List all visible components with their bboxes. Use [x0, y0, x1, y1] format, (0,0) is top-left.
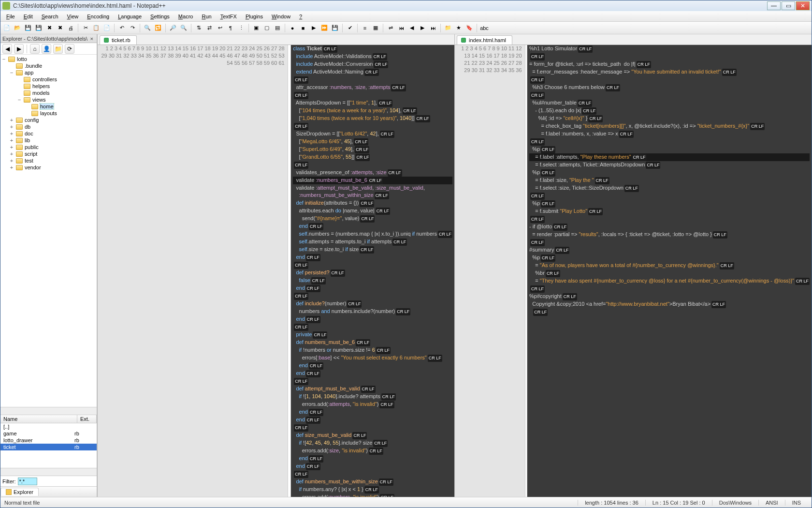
sync-v-icon[interactable]: ⇅: [194, 24, 203, 32]
tree-node-doc[interactable]: +doc: [1, 130, 96, 137]
macro-play-multi-icon[interactable]: ⏩: [320, 24, 329, 32]
tree-node-config[interactable]: +config: [1, 117, 96, 123]
copy-icon[interactable]: 📋: [92, 24, 101, 32]
unfold-all-icon[interactable]: ▢: [262, 24, 271, 32]
tree-node-layouts[interactable]: layouts: [1, 110, 96, 117]
zoom-out-icon[interactable]: 🔍: [179, 24, 188, 32]
save-icon[interactable]: 💾: [24, 24, 32, 32]
tree-node-models[interactable]: models: [1, 90, 96, 96]
undo-icon[interactable]: ↶: [117, 24, 126, 32]
tree-node-.bundle[interactable]: .bundle: [1, 62, 96, 69]
left-fold-column[interactable]: [288, 45, 291, 497]
explorer-header[interactable]: Explorer - C:\Sites\lotto\app\models\ ×: [0, 34, 97, 43]
indent-guide-icon[interactable]: ⋮: [237, 24, 246, 32]
print-icon[interactable]: 🖨: [66, 24, 75, 32]
prev-diff-icon[interactable]: ◀: [407, 24, 416, 32]
file-row-ticket[interactable]: ticketrb: [0, 444, 97, 450]
user-icon[interactable]: 👤: [42, 44, 51, 54]
open-file-icon[interactable]: 📂: [13, 24, 22, 32]
right-editor[interactable]: 1 2 3 4 5 6 7 8 9 10 11 12 13 14 15 16 1…: [455, 45, 812, 497]
func-list-icon[interactable]: ≡: [361, 24, 369, 32]
menu-encoding[interactable]: Encoding: [83, 13, 113, 20]
doc-map-icon[interactable]: ▦: [371, 24, 380, 32]
favorites-icon[interactable]: ★: [454, 24, 463, 32]
menu-?[interactable]: ?: [295, 13, 306, 20]
explorer-icon[interactable]: 📁: [444, 24, 452, 32]
new-file-icon[interactable]: 📄: [2, 24, 11, 32]
tree-node-helpers[interactable]: helpers: [1, 83, 96, 90]
bookmark-icon[interactable]: 🔖: [465, 24, 474, 32]
next-diff-icon[interactable]: ▶: [418, 24, 427, 32]
tree-node-vendor[interactable]: +vendor: [1, 164, 96, 171]
col-name[interactable]: Name: [0, 415, 77, 423]
save-all-icon[interactable]: 💾: [34, 24, 43, 32]
file-row-game[interactable]: gamerb: [0, 430, 97, 437]
menu-window[interactable]: Window: [268, 13, 294, 20]
tree-node-test[interactable]: +test: [1, 157, 96, 164]
filelist-hscroll[interactable]: [0, 468, 97, 476]
last-diff-icon[interactable]: ⏭: [429, 24, 437, 32]
explorer-close-icon[interactable]: ×: [89, 36, 95, 42]
find-icon[interactable]: 🔍: [143, 24, 152, 32]
macro-record-icon[interactable]: ●: [288, 24, 297, 32]
fold-all-icon[interactable]: ▣: [252, 24, 261, 32]
minimize-button[interactable]: —: [767, 1, 781, 10]
tab-ticket-rb[interactable]: ticket.rb: [100, 35, 137, 45]
col-ext[interactable]: Ext.: [77, 415, 97, 423]
macro-save-icon[interactable]: 💾: [331, 24, 339, 32]
menu-plugins[interactable]: Plugins: [242, 13, 267, 20]
compare-icon[interactable]: ⇌: [386, 24, 395, 32]
file-list-header[interactable]: Name Ext.: [0, 415, 97, 423]
menu-settings[interactable]: Settings: [146, 13, 174, 20]
explorer-tab[interactable]: Explorer: [0, 488, 39, 496]
filter-input[interactable]: [18, 478, 37, 485]
tree-node-controllers[interactable]: controllers: [1, 76, 96, 83]
tree-node-lib[interactable]: +lib: [1, 137, 96, 144]
menu-file[interactable]: File: [2, 13, 19, 20]
menu-run[interactable]: Run: [198, 13, 215, 20]
abc-icon[interactable]: abc: [480, 24, 489, 32]
close-button[interactable]: ✕: [796, 1, 810, 10]
redo-icon[interactable]: ↷: [128, 24, 137, 32]
home-icon[interactable]: ⌂: [30, 44, 40, 54]
menu-language[interactable]: Language: [114, 13, 145, 20]
right-code[interactable]: %h1 Lotto SimulatorCR LFCR LF= form_for …: [527, 45, 812, 497]
replace-icon[interactable]: 🔁: [154, 24, 162, 32]
tab-index-haml[interactable]: index.html.haml: [457, 35, 512, 45]
first-diff-icon[interactable]: ⏮: [397, 24, 406, 32]
left-editor[interactable]: 1 2 3 4 5 6 7 8 9 10 11 12 13 14 15 16 1…: [98, 45, 454, 497]
titlebar[interactable]: C:\Sites\lotto\app\views\home\index.html…: [0, 0, 812, 11]
back-icon[interactable]: ◀: [2, 44, 12, 54]
spell-check-icon[interactable]: ✔: [346, 24, 354, 32]
tree-node-app[interactable]: −app: [1, 69, 96, 76]
close-icon[interactable]: ✖: [45, 24, 54, 32]
menu-view[interactable]: View: [63, 13, 83, 20]
macro-play-icon[interactable]: ▶: [309, 24, 318, 32]
show-all-chars-icon[interactable]: ¶: [226, 24, 235, 32]
tree-node-script[interactable]: +script: [1, 150, 96, 157]
zoom-in-icon[interactable]: 🔎: [169, 24, 177, 32]
file-row-lotto_drawer[interactable]: lotto_drawerrb: [0, 437, 97, 444]
tree-node-home[interactable]: home: [1, 103, 96, 110]
macro-stop-icon[interactable]: ■: [299, 24, 307, 32]
menu-macro[interactable]: Macro: [174, 13, 197, 20]
sync-h-icon[interactable]: ⇄: [205, 24, 214, 32]
menu-search[interactable]: Search: [38, 13, 62, 20]
new-folder-icon[interactable]: 📁: [53, 44, 63, 54]
menu-edit[interactable]: Edit: [20, 13, 37, 20]
tree-node-public[interactable]: +public: [1, 144, 96, 150]
paste-icon[interactable]: 📄: [102, 24, 111, 32]
close-all-icon[interactable]: ✖: [56, 24, 64, 32]
forward-icon[interactable]: ▶: [14, 44, 24, 54]
tree-node-db[interactable]: +db: [1, 123, 96, 130]
folder-tree[interactable]: −lotto .bundle−app controllers helpers m…: [0, 55, 97, 407]
left-code[interactable]: class TicketCR LF include ActiveModel::V…: [291, 45, 454, 497]
toggle-icon[interactable]: ⟳: [65, 44, 74, 54]
tree-root[interactable]: −lotto: [1, 56, 96, 62]
menu-textfx[interactable]: TextFX: [217, 13, 241, 20]
cut-icon[interactable]: ✂: [81, 24, 90, 32]
tree-hscroll[interactable]: [0, 407, 97, 415]
maximize-button[interactable]: ▭: [782, 1, 795, 10]
hide-lines-icon[interactable]: ▤: [273, 24, 282, 32]
file-row-[..][interactable]: [..]: [0, 423, 97, 430]
